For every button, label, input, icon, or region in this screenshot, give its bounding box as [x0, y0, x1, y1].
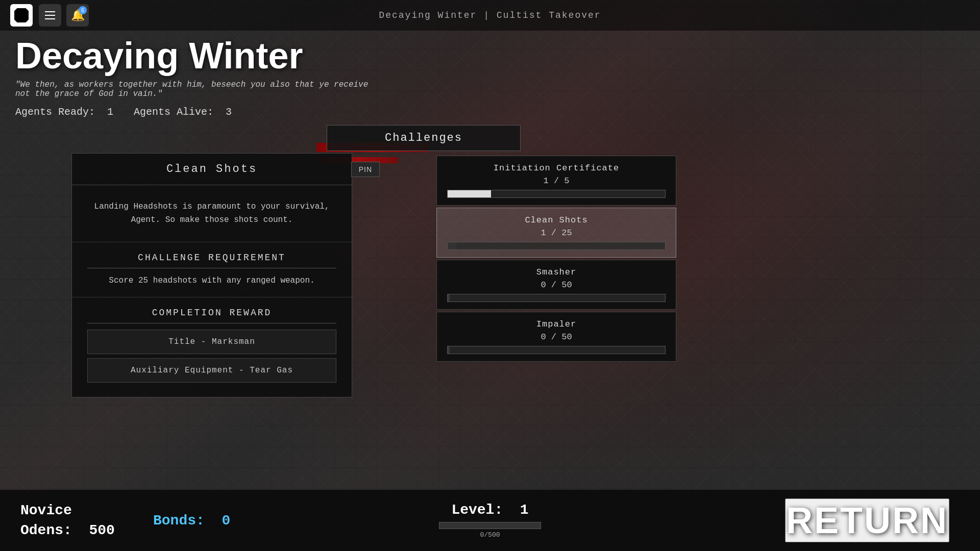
challenge-list-item-progress-bar-fill-0 — [448, 190, 491, 197]
agents-info: Agents Ready: 1 Agents Alive: 3 — [15, 106, 373, 118]
challenge-title-bar: Clean Shots PIN — [72, 154, 352, 185]
agents-alive-value: 3 — [226, 106, 232, 118]
challenge-list-item-progress-bar-fill-3 — [448, 346, 450, 354]
bonds-value: 0 — [222, 513, 230, 529]
game-title: Decaying Winter — [15, 36, 373, 76]
pin-button[interactable]: PIN — [351, 162, 380, 177]
agents-ready-label: Agents Ready: — [15, 106, 95, 118]
xp-bar — [439, 522, 541, 529]
challenge-list-item-progress-text-0: 1 / 5 — [447, 176, 666, 186]
level-label: Level: — [451, 502, 503, 518]
requirement-header: CHALLENGE REQUIREMENT — [87, 253, 336, 268]
notification-button[interactable]: 🔔 6 — [66, 4, 89, 27]
challenge-requirement-section: CHALLENGE REQUIREMENT Score 25 headshots… — [72, 242, 352, 297]
agents-ready-value: 1 — [107, 106, 113, 118]
challenge-list-item-3[interactable]: Impaler0 / 50 — [436, 312, 676, 362]
reward-item-1: Title - Marksman — [87, 330, 336, 354]
menu-button[interactable] — [39, 4, 61, 27]
challenge-list-item-name-1: Clean Shots — [447, 215, 666, 225]
challenge-list-item-progress-bar-bg-2 — [447, 294, 666, 302]
bottom-bar: Novice Odens: 500 Bonds: 0 Level: 1 0/50… — [0, 490, 980, 551]
menu-icon-line2 — [45, 15, 55, 16]
level-display: Level: 1 — [439, 502, 541, 518]
topbar: 🔔 6 Decaying Winter | Cultist Takeover — [0, 0, 980, 31]
challenge-list-item-name-0: Initiation Certificate — [447, 163, 666, 173]
challenge-list-item-name-2: Smasher — [447, 267, 666, 277]
challenge-list-item-progress-bar-fill-2 — [448, 294, 450, 302]
challenge-detail-panel: Clean Shots PIN Landing Headshots is par… — [71, 153, 352, 397]
player-rank: Novice — [20, 503, 133, 518]
menu-icon-line1 — [45, 11, 55, 12]
challenge-list-item-progress-text-2: 0 / 50 — [447, 280, 666, 290]
requirement-text: Score 25 headshots with any ranged weapo… — [87, 274, 336, 287]
challenge-list-item-0[interactable]: Initiation Certificate1 / 5 — [436, 156, 676, 206]
challenge-list-item-progress-text-3: 0 / 50 — [447, 332, 666, 342]
challenge-description: Landing Headshots is paramount to your s… — [72, 185, 352, 242]
game-quote: "We then, as workers together with him, … — [15, 80, 373, 98]
challenge-list-item-progress-text-1: 1 / 25 — [447, 228, 666, 238]
challenge-list-item-2[interactable]: Smasher0 / 50 — [436, 260, 676, 310]
roblox-logo-icon — [14, 8, 29, 22]
completion-header: COMPLETION REWARD — [87, 308, 336, 323]
challenges-header-text: Challenges — [385, 132, 462, 144]
odens-label: Odens: — [20, 522, 72, 538]
main-content: Decaying Winter "We then, as workers tog… — [0, 31, 980, 551]
challenge-list-item-name-3: Impaler — [447, 319, 666, 329]
completion-section: COMPLETION REWARD Title - Marksman Auxil… — [72, 297, 352, 397]
game-subtitle: Decaying Winter | Cultist Takeover — [379, 10, 601, 20]
agents-alive: Agents Alive: 3 — [134, 106, 232, 118]
agents-ready: Agents Ready: 1 — [15, 106, 113, 118]
xp-text: 0/500 — [439, 531, 541, 539]
challenges-header-box: Challenges — [327, 125, 521, 151]
player-bonds: Bonds: 0 — [153, 513, 230, 529]
return-button[interactable]: RETURN — [785, 498, 949, 542]
challenge-list-item-progress-bar-bg-0 — [447, 190, 666, 198]
level-section: Level: 1 0/500 — [439, 502, 541, 539]
challenge-list-item-progress-bar-fill-1 — [448, 242, 456, 249]
odens-value: 500 — [89, 522, 114, 538]
roblox-logo[interactable] — [10, 4, 33, 27]
bonds-label: Bonds: — [153, 513, 205, 529]
agents-alive-label: Agents Alive: — [134, 106, 213, 118]
level-value: 1 — [520, 502, 529, 518]
notification-badge: 6 — [79, 6, 87, 14]
challenge-list-item-progress-bar-bg-3 — [447, 346, 666, 354]
menu-icon-line3 — [45, 18, 55, 19]
game-header: Decaying Winter "We then, as workers tog… — [15, 36, 373, 118]
reward-item-2: Auxiliary Equipment - Tear Gas — [87, 358, 336, 383]
challenge-list-item-progress-bar-bg-1 — [447, 242, 666, 250]
challenge-title: Clean Shots — [166, 163, 257, 176]
challenge-list-item-1[interactable]: Clean Shots1 / 25 — [436, 208, 676, 258]
player-odens: Odens: 500 — [20, 522, 133, 538]
challenges-list: Initiation Certificate1 / 5Clean Shots1 … — [436, 156, 676, 362]
